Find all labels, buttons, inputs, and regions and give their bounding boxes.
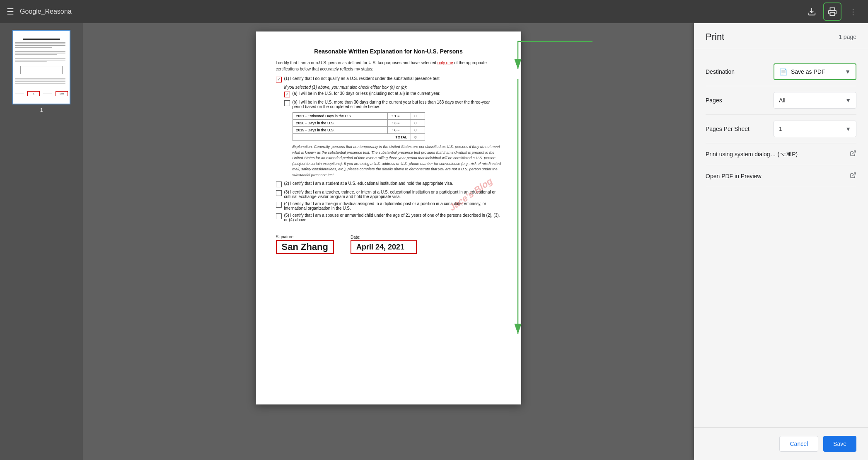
more-options-button[interactable]: ⋮	[845, 3, 861, 20]
destination-arrow-icon: ▼	[845, 68, 851, 75]
date-field: Date: April 24, 2021	[351, 235, 417, 254]
sub-label: If you selected (1) above, you must also…	[284, 85, 501, 90]
top-bar-left: ☰ Google_Reasona	[7, 7, 797, 17]
checkbox-2[interactable]	[276, 182, 282, 187]
checkbox-row-1: (1) I certify that I do not qualify as a…	[276, 76, 501, 82]
print-page-count: 1 page	[839, 34, 856, 40]
app-title: Google_Reasona	[20, 8, 72, 15]
top-bar-right: ⋮	[803, 2, 861, 21]
print-header: Print 1 page	[694, 23, 868, 49]
document-page: Reasonable Written Explanation for Non-U…	[256, 31, 521, 404]
signature-label: Signature:	[276, 235, 334, 239]
destination-label: Destination	[706, 68, 735, 75]
signature-field: Signature: San Zhang	[276, 235, 334, 254]
sub-section-1: If you selected (1) above, you must also…	[284, 85, 501, 178]
print-panel: Print 1 page Destination 📄 Save as PDF ▼…	[694, 23, 868, 460]
checkbox-5[interactable]	[276, 213, 282, 219]
thumbnail-label: 1	[12, 107, 70, 113]
svg-rect-1	[830, 12, 835, 15]
thumbnail-preview: S Date	[12, 30, 70, 104]
pages-per-sheet-label: Pages Per Sheet	[706, 126, 750, 132]
open-pdf-icon	[850, 172, 856, 180]
destination-select[interactable]: 📄 Save as PDF ▼	[774, 63, 856, 80]
thumbnail-item[interactable]: S Date 1	[12, 30, 70, 113]
explanation-text: Explanation: Generally, persons that are…	[293, 144, 501, 178]
pages-per-sheet-value: 1	[779, 126, 842, 132]
system-dialog-label: Print using system dialog… (⌥⌘P)	[706, 151, 798, 157]
checkbox-3[interactable]	[276, 190, 282, 196]
top-bar: ☰ Google_Reasona ⋮	[0, 0, 868, 23]
destination-row: Destination 📄 Save as PDF ▼	[706, 58, 856, 86]
thumbnail-panel: S Date 1	[0, 23, 83, 460]
pages-label: Pages	[706, 97, 722, 104]
pages-row: Pages All ▼	[706, 86, 856, 115]
destination-value: Save as PDF	[791, 68, 841, 75]
menu-icon[interactable]: ☰	[7, 7, 14, 17]
cancel-button[interactable]: Cancel	[779, 436, 818, 452]
date-value: April 24, 2021	[351, 240, 417, 254]
print-body: Destination 📄 Save as PDF ▼ Pages All ▼ …	[694, 49, 868, 427]
pages-arrow-icon: ▼	[845, 97, 851, 104]
pages-per-sheet-arrow-icon: ▼	[845, 126, 851, 132]
pages-value: All	[779, 97, 842, 104]
doc-title: Reasonable Written Explanation for Non-U…	[276, 48, 501, 55]
days-table: 2021 - Estimated Days in the U.S. ÷ 1 = …	[293, 112, 425, 141]
pages-per-sheet-row: Pages Per Sheet 1 ▼	[706, 115, 856, 143]
checkbox-1b[interactable]	[284, 100, 290, 106]
main-content-wrapper: S Date 1 Reasonable Written Explanation …	[0, 23, 868, 460]
checkbox-row-2: (2) I certify that I am a student at a U…	[276, 181, 501, 187]
svg-line-2	[853, 151, 856, 154]
save-button[interactable]: Save	[823, 436, 856, 452]
open-pdf-row[interactable]: Open PDF in Preview	[706, 165, 856, 187]
date-label: Date:	[351, 235, 417, 240]
preview-area: Reasonable Written Explanation for Non-U…	[83, 23, 694, 460]
only-one-text: only one	[438, 61, 453, 65]
download-button[interactable]	[803, 3, 820, 20]
pdf-icon: 📄	[779, 68, 788, 76]
svg-line-3	[853, 173, 856, 176]
doc-intro: I certify that I am a non-U.S. person as…	[276, 60, 501, 72]
checkbox-row-1b: (b) I will be in the U.S. more than 30 d…	[284, 100, 501, 109]
print-button[interactable]	[823, 2, 841, 21]
open-pdf-label: Open PDF in Preview	[706, 173, 762, 179]
checkbox-4[interactable]	[276, 202, 282, 208]
checkbox-1a[interactable]	[284, 92, 290, 97]
signature-value: San Zhang	[276, 240, 334, 254]
checkbox-row-1a: (a) I will be in the U.S. for 30 days or…	[284, 91, 501, 97]
print-title: Print	[706, 31, 724, 42]
pages-select[interactable]: All ▼	[774, 92, 856, 109]
pages-per-sheet-select[interactable]: 1 ▼	[774, 121, 856, 137]
checkbox-row-5: (5) I certify that I am a spouse or unma…	[276, 213, 501, 222]
checkbox-1[interactable]	[276, 77, 282, 82]
print-footer: Cancel Save	[694, 427, 868, 460]
system-dialog-icon	[850, 150, 856, 158]
checkbox-row-3: (3) I certify that I am a teacher, train…	[276, 190, 501, 199]
checkbox-row-4: (4) I certify that I am a foreign indivi…	[276, 201, 501, 211]
system-dialog-row[interactable]: Print using system dialog… (⌥⌘P)	[706, 143, 856, 165]
signature-section: Signature: San Zhang Date: April 24, 202…	[276, 235, 501, 254]
